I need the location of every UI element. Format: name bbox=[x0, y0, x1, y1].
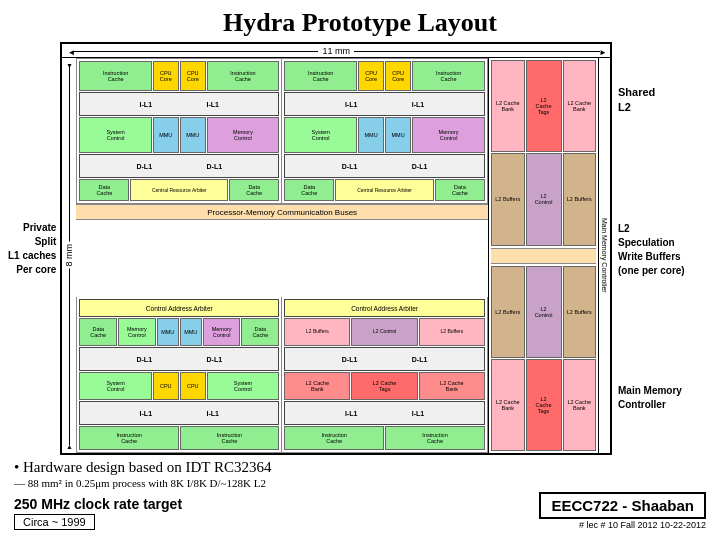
core1-memctrl: MemoryControl bbox=[207, 117, 279, 153]
core-3: Control Address Arbiter DataCache Memory… bbox=[76, 297, 282, 453]
core3-icache: InstructionCache bbox=[79, 426, 178, 450]
core4-addrarb: Control Address Arbiter bbox=[284, 299, 485, 317]
core4-l2buf2: L2 Buffers bbox=[419, 318, 485, 346]
course-box: EECC722 - Shaaban bbox=[539, 492, 706, 519]
l2-tags-t: L2CacheTags bbox=[526, 60, 562, 152]
core2-arb: Central Resource Arbiter bbox=[335, 179, 433, 201]
core1-mmu1: MMU bbox=[153, 117, 179, 153]
circa-box: Circa ~ 1999 bbox=[14, 514, 95, 530]
l2-ctrl-b: L2Control bbox=[526, 266, 562, 358]
core2-icache: InstructionCache bbox=[284, 61, 357, 91]
page: Hydra Prototype Layout Private Split L1 … bbox=[0, 0, 720, 540]
right-bus-spacer bbox=[491, 248, 596, 264]
core1-icache: InstructionCache bbox=[79, 61, 151, 91]
l2-bank-bl: L2 CacheBank bbox=[491, 359, 525, 451]
core3-mmu1: MMU bbox=[157, 318, 179, 346]
core1-icache2: InstructionCache bbox=[207, 61, 279, 91]
core3-dl1-row: D-L1 D-L1 bbox=[79, 347, 279, 371]
core3-cpu2: CPU bbox=[180, 372, 206, 400]
core2-cpu2: CPU Core bbox=[385, 61, 411, 91]
clock-label: 250 MHz clock rate target bbox=[14, 496, 182, 512]
shared-l2-label: SharedL2 bbox=[618, 85, 712, 116]
chip-diagram: 11 mm ◄ ► ▼ ▲ 8 mm bbox=[60, 42, 612, 455]
core2-memctrl: MemoryControl bbox=[412, 117, 485, 153]
core2-dl1-row: D-L1 D-L1 bbox=[284, 154, 485, 178]
core2-il1-row: I-L1 I-L1 bbox=[284, 92, 485, 116]
core1-il1-row: I-L1 I-L1 bbox=[79, 92, 279, 116]
core4-l2buf1: L2 Buffers bbox=[284, 318, 350, 346]
core1-cpu2: CPU Core bbox=[180, 61, 206, 91]
core2-icache2: InstructionCache bbox=[412, 61, 485, 91]
right-labels: SharedL2 L2SpeculationWrite Buffers(one … bbox=[612, 42, 712, 455]
l2-bank-br: L2 CacheBank bbox=[563, 359, 597, 451]
l2-buf-l: L2 Buffers bbox=[491, 153, 525, 245]
core2-dcache2: DataCache bbox=[435, 179, 485, 201]
core3-dcache2: DataCache bbox=[241, 318, 279, 346]
bottom-section: • Hardware design based on IDT RC32364 —… bbox=[8, 455, 712, 532]
core4-l2ctrl: L2 Control bbox=[351, 318, 417, 346]
core1-cpu1: CPU Core bbox=[153, 61, 179, 91]
core3-memctrl2: MemoryControl bbox=[203, 318, 241, 346]
core3-sysctrl: SystemControl bbox=[79, 372, 151, 400]
l2-ctrl-t: L2Control bbox=[526, 153, 562, 245]
core-4: Control Address Arbiter L2 Buffers L2 Co… bbox=[282, 297, 488, 453]
core2-mmu1: MMU bbox=[358, 117, 384, 153]
core3-il1-row: I-L1 I-L1 bbox=[79, 401, 279, 425]
core1-dl1-row: D-L1 D-L1 bbox=[79, 154, 279, 178]
core1-dcache: DataCache bbox=[79, 179, 129, 201]
core4-il1-row: I-L1 I-L1 bbox=[284, 401, 485, 425]
core3-icache2: InstructionCache bbox=[180, 426, 279, 450]
core2-sysctrl: SystemControl bbox=[284, 117, 357, 153]
l2-bank-tl: L2 CacheBank bbox=[491, 60, 525, 152]
core2-mmu2: MMU bbox=[385, 117, 411, 153]
left-ruler: ▼ ▲ 8 mm bbox=[62, 58, 76, 453]
core-grid: InstructionCache CPU Core CPU Core Instr… bbox=[76, 58, 488, 453]
left-label: Private Split L1 caches Per core bbox=[8, 42, 60, 455]
l2-buf-br: L2 Buffers bbox=[563, 266, 597, 358]
core4-dl1-row: D-L1 D-L1 bbox=[284, 347, 485, 371]
bullet-line: • Hardware design based on IDT RC32364 bbox=[14, 459, 706, 476]
l2-buf-bl: L2 Buffers bbox=[491, 266, 525, 358]
core2-dcache: DataCache bbox=[284, 179, 334, 201]
core1-sysctrl: SystemControl bbox=[79, 117, 151, 153]
footer-info: # lec # 10 Fall 2012 10-22-2012 bbox=[579, 520, 706, 530]
l2-buf-r: L2 Buffers bbox=[563, 153, 597, 245]
core4-icache2: InstructionCache bbox=[385, 426, 485, 450]
core4-l2bank2: L2 CacheBank bbox=[419, 372, 485, 400]
main-memory-label: Main MemoryController bbox=[618, 384, 712, 412]
core2-cpu1: CPU Core bbox=[358, 61, 384, 91]
l2-tags-b: L2CacheTags bbox=[526, 359, 562, 451]
core1-mmu2: MMU bbox=[180, 117, 206, 153]
right-l2-panel: L2 CacheBank L2CacheTags L2 CacheBank L2… bbox=[488, 58, 598, 453]
core3-sysctrl2: SystemControl bbox=[207, 372, 279, 400]
core3-mmu2: MMU bbox=[180, 318, 202, 346]
sub-line: — 88 mm² in 0.25μm process with 8K I/8K … bbox=[14, 477, 706, 489]
core-2: InstructionCache CPU Core CPU Core Instr… bbox=[282, 58, 488, 204]
core3-dcache: DataCache bbox=[79, 318, 117, 346]
right-side-label: Main Memory Controller bbox=[598, 58, 610, 453]
bottom-row: 250 MHz clock rate target Circa ~ 1999 E… bbox=[14, 492, 706, 530]
bottom-left: 250 MHz clock rate target Circa ~ 1999 bbox=[14, 496, 182, 530]
core4-l2bank1: L2 CacheBank bbox=[284, 372, 350, 400]
top-ruler: 11 mm ◄ ► bbox=[62, 44, 610, 58]
core4-l2tags: L2 CacheTags bbox=[351, 372, 417, 400]
l2-bank-tr: L2 CacheBank bbox=[563, 60, 597, 152]
core3-cpu1: CPU bbox=[153, 372, 179, 400]
core-1: InstructionCache CPU Core CPU Core Instr… bbox=[76, 58, 282, 204]
l2-speculation-label: L2SpeculationWrite Buffers(one per core) bbox=[618, 222, 712, 278]
core1-arb: Central Resource Arbiter bbox=[130, 179, 228, 201]
core4-icache: InstructionCache bbox=[284, 426, 384, 450]
core3-addrarb: Control Address Arbiter bbox=[79, 299, 279, 317]
bottom-right: EECC722 - Shaaban # lec # 10 Fall 2012 1… bbox=[539, 492, 706, 530]
page-title: Hydra Prototype Layout bbox=[8, 8, 712, 38]
core1-dcache2: DataCache bbox=[229, 179, 279, 201]
comm-bus: Processor-Memory Communication Buses bbox=[76, 204, 488, 220]
core3-memctrl: MemoryControl bbox=[118, 318, 156, 346]
